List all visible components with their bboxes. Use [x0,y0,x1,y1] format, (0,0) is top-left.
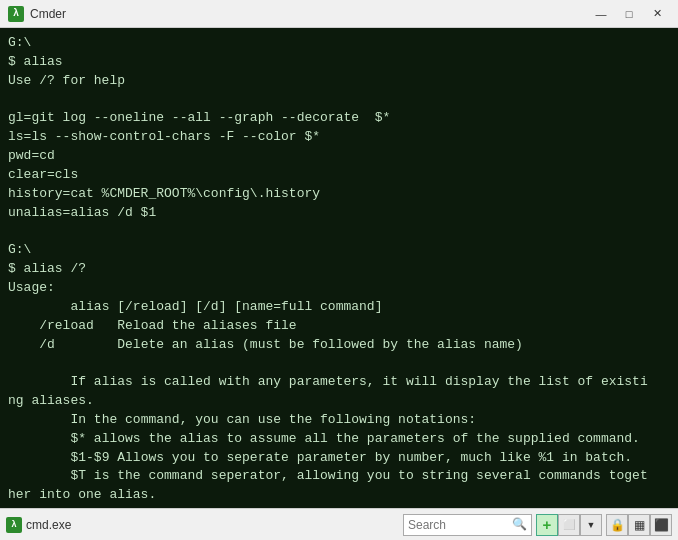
status-bar-right: 🔍 + ⬜ ▼ 🔒 ▦ ⬛ [403,514,672,536]
status-app-icon: λ [6,517,22,533]
maximize-button[interactable]: □ [616,4,642,24]
title-bar-left: λ Cmder [8,6,66,22]
grid-icon-button[interactable]: ▦ [628,514,650,536]
terminal-output: G:\ $ alias Use /? for help gl=git log -… [0,28,678,508]
status-bar: λ cmd.exe 🔍 + ⬜ ▼ 🔒 ▦ ⬛ [0,508,678,540]
toolbar-group: + ⬜ ▼ [536,514,602,536]
window-title: Cmder [30,7,66,21]
title-bar: λ Cmder — □ ✕ [0,0,678,28]
status-process-label: cmd.exe [26,518,71,532]
minimize-button[interactable]: — [588,4,614,24]
lock-icon-button[interactable]: 🔒 [606,514,628,536]
split-button[interactable]: ⬜ [558,514,580,536]
window-controls: — □ ✕ [588,4,670,24]
close-button[interactable]: ✕ [644,4,670,24]
search-box[interactable]: 🔍 [403,514,532,536]
max-icon-button[interactable]: ⬛ [650,514,672,536]
app-icon: λ [8,6,24,22]
status-bar-left: λ cmd.exe [6,517,71,533]
search-icon[interactable]: 🔍 [512,517,527,532]
add-tab-button[interactable]: + [536,514,558,536]
dropdown-button[interactable]: ▼ [580,514,602,536]
search-input[interactable] [408,518,508,532]
extra-icons: 🔒 ▦ ⬛ [606,514,672,536]
